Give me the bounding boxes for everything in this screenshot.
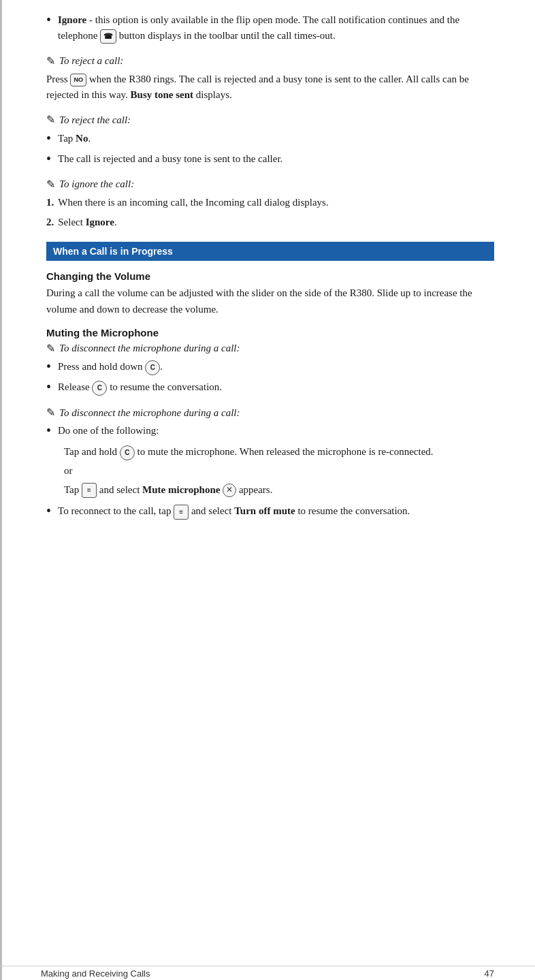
press-hold-text: Press and hold down C. bbox=[58, 359, 163, 375]
or-text: or bbox=[46, 463, 494, 479]
bullet-7: • bbox=[46, 502, 51, 520]
step-1-num: 1. bbox=[46, 195, 54, 210]
to-reject-body-text: when the R380 rings. The call is rejecte… bbox=[46, 74, 469, 100]
to-reject-heading: ✎ To reject a call: bbox=[46, 54, 494, 69]
do-one-item: • Do one of the following: bbox=[46, 423, 494, 439]
tap-menu-block: Tap ≡ and select Mute microphone ✕ appea… bbox=[46, 481, 494, 499]
bullet-icon: • bbox=[46, 11, 51, 29]
no-button-icon: NO bbox=[70, 74, 86, 86]
section-header: When a Call is in Progress bbox=[46, 242, 494, 261]
tap-hold-block: Tap and hold C to mute the microphone. W… bbox=[46, 443, 494, 460]
menu-button-icon: ≡ bbox=[82, 483, 97, 498]
to-disconnect1-heading: ✎ To disconnect the microphone during a … bbox=[46, 341, 494, 356]
section-header-text: When a Call is in Progress bbox=[53, 246, 173, 257]
mute-microphone-bold: Mute microphone bbox=[142, 484, 220, 495]
left-border bbox=[0, 0, 2, 980]
bullet-6: • bbox=[46, 422, 51, 439]
changing-volume-body: During a call the volume can be adjusted… bbox=[46, 285, 494, 317]
step-2-num: 2. bbox=[46, 215, 54, 230]
tap-no-text: Tap No. bbox=[58, 131, 91, 146]
rejected-item: • The call is rejected and a busy tone i… bbox=[46, 151, 494, 168]
ignore-text-end: button displays in the toolbar until the… bbox=[116, 30, 336, 41]
to-disconnect1-section: ✎ To disconnect the microphone during a … bbox=[46, 341, 494, 396]
bullet-2: • bbox=[46, 129, 51, 147]
bullet-3: • bbox=[46, 150, 51, 168]
pencil-icon-4: ✎ bbox=[46, 341, 55, 356]
turn-off-mute-bold: Turn off mute bbox=[234, 505, 295, 516]
mute-icon: ✕ bbox=[223, 484, 236, 497]
do-one-text: Do one of the following: bbox=[58, 423, 159, 439]
ignore-bullet-item: • Ignore - this option is only available… bbox=[46, 12, 494, 44]
ignore-bold-2: Ignore bbox=[86, 217, 114, 227]
to-reject2-heading-text: To reject the call: bbox=[59, 114, 131, 125]
footer-left-text: Making and Receiving Calls bbox=[41, 968, 150, 979]
page-container: • Ignore - this option is only available… bbox=[0, 0, 535, 980]
press-hold-item: • Press and hold down C. bbox=[46, 359, 494, 375]
pencil-icon-3: ✎ bbox=[46, 177, 55, 192]
to-ignore-heading: ✎ To ignore the call: bbox=[46, 177, 494, 192]
to-ignore-heading-text: To ignore the call: bbox=[59, 178, 134, 189]
changing-volume-heading: Changing the Volume bbox=[46, 270, 494, 282]
c-button-icon-2: C bbox=[92, 381, 107, 396]
to-ignore-section: ✎ To ignore the call: 1. When there is a… bbox=[46, 177, 494, 231]
step-1: 1. When there is an incoming call, the I… bbox=[46, 195, 494, 210]
ignore-text: Ignore - this option is only available i… bbox=[58, 12, 494, 44]
ignore-section: • Ignore - this option is only available… bbox=[46, 12, 494, 44]
to-disconnect2-heading-text: To disconnect the microphone during a ca… bbox=[59, 407, 240, 418]
pencil-icon-2: ✎ bbox=[46, 112, 55, 127]
to-disconnect2-heading: ✎ To disconnect the microphone during a … bbox=[46, 405, 494, 420]
bullet-4: • bbox=[46, 358, 51, 375]
step-2-text: Select Ignore. bbox=[58, 215, 116, 230]
rejected-text: The call is rejected and a busy tone is … bbox=[58, 151, 282, 167]
phone-button-icon: ☎ bbox=[100, 29, 116, 44]
to-disconnect2-section: ✎ To disconnect the microphone during a … bbox=[46, 405, 494, 520]
to-reject-heading-text: To reject a call: bbox=[59, 55, 123, 66]
to-disconnect1-heading-text: To disconnect the microphone during a ca… bbox=[59, 343, 240, 353]
to-reject-call-section: ✎ To reject the call: • Tap No. • The ca… bbox=[46, 112, 494, 167]
footer: Making and Receiving Calls 47 bbox=[0, 966, 535, 980]
release-item: • Release C to resume the conversation. bbox=[46, 379, 494, 396]
release-text: Release C to resume the conversation. bbox=[58, 379, 222, 396]
pencil-icon-5: ✎ bbox=[46, 405, 55, 420]
muting-heading: Muting the Microphone bbox=[46, 327, 494, 338]
footer-right-text: 47 bbox=[485, 968, 494, 979]
to-reject-section: ✎ To reject a call: Press NO when the R3… bbox=[46, 54, 494, 104]
step-2: 2. Select Ignore. bbox=[46, 215, 494, 230]
to-reject-call-heading: ✎ To reject the call: bbox=[46, 112, 494, 127]
busy-tone-bold: Busy tone sent bbox=[131, 89, 194, 100]
ignore-bold: Ignore bbox=[58, 14, 86, 25]
c-button-icon: C bbox=[145, 360, 160, 375]
step-1-text: When there is an incoming call, the Inco… bbox=[58, 195, 328, 210]
reconnect-item: • To reconnect to the call, tap ≡ and se… bbox=[46, 503, 494, 520]
pencil-icon-1: ✎ bbox=[46, 54, 55, 69]
tap-no-item: • Tap No. bbox=[46, 131, 494, 147]
menu-button-icon-2: ≡ bbox=[174, 505, 189, 520]
reconnect-text: To reconnect to the call, tap ≡ and sele… bbox=[58, 503, 410, 520]
c-button-icon-3: C bbox=[120, 445, 135, 460]
content-area: • Ignore - this option is only available… bbox=[0, 0, 535, 966]
to-reject-body: Press NO when the R380 rings. The call i… bbox=[46, 72, 494, 104]
no-bold: No bbox=[76, 133, 88, 144]
bullet-5: • bbox=[46, 378, 51, 396]
busy-tone-cont: displays. bbox=[193, 89, 232, 100]
